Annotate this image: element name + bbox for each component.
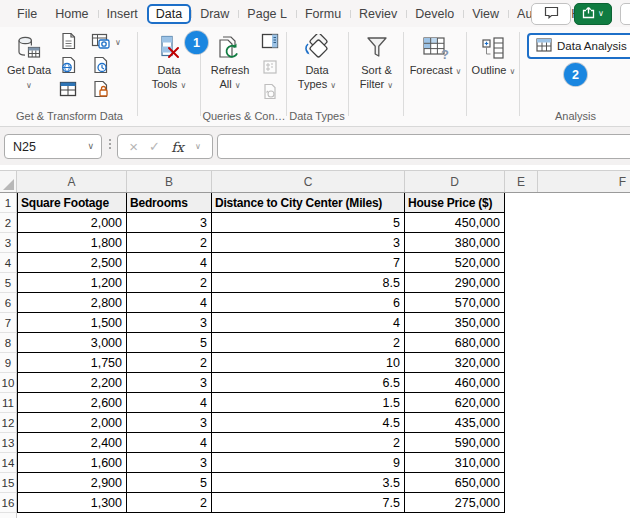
cell[interactable]: 2,900 [17, 473, 127, 493]
tab-view[interactable]: View [463, 4, 508, 24]
tab-formulas[interactable]: Formu [296, 4, 350, 24]
tab-home[interactable]: Home [46, 4, 97, 24]
cell[interactable]: 3 [127, 413, 212, 433]
cell[interactable]: 590,000 [405, 433, 505, 453]
row-header-9[interactable]: 9 [0, 353, 17, 373]
row-header-17[interactable] [0, 513, 17, 518]
cell[interactable]: 3 [127, 213, 212, 233]
cell[interactable]: 2 [212, 333, 405, 353]
cell[interactable] [538, 433, 630, 453]
cell[interactable]: 2 [127, 493, 212, 513]
cell[interactable]: House Price ($) [405, 193, 505, 213]
cell[interactable]: 1.5 [212, 393, 405, 413]
cell[interactable] [505, 393, 538, 413]
cell[interactable]: 4 [127, 293, 212, 313]
row-header-4[interactable]: 4 [0, 253, 17, 273]
cell[interactable]: 2,400 [17, 433, 127, 453]
cell[interactable]: Distance to City Center (Miles) [212, 193, 405, 213]
cell[interactable] [505, 233, 538, 253]
cell[interactable]: 680,000 [405, 333, 505, 353]
row-header-15[interactable]: 15 [0, 473, 17, 493]
queries-connections-button[interactable] [258, 32, 282, 54]
cell[interactable] [538, 333, 630, 353]
column-header-C[interactable]: C [212, 171, 405, 192]
cell[interactable]: 3.5 [212, 473, 405, 493]
cell[interactable]: 570,000 [405, 293, 505, 313]
get-data-button[interactable]: Get Data ∨ [6, 32, 52, 92]
cell[interactable]: 5 [127, 333, 212, 353]
cell[interactable] [505, 453, 538, 473]
from-picture-dropdown[interactable]: ∨ [112, 32, 124, 54]
cell[interactable] [505, 493, 538, 513]
recent-sources-button[interactable] [88, 56, 112, 78]
tab-insert[interactable]: Insert [98, 4, 147, 24]
refresh-all-button[interactable]: Refresh All ∨ [204, 32, 256, 92]
cell[interactable] [505, 213, 538, 233]
edit-links-icon[interactable] [258, 80, 282, 102]
column-header-B[interactable]: B [127, 171, 212, 192]
cell[interactable]: 1,800 [17, 233, 127, 253]
cell[interactable]: 2,500 [17, 253, 127, 273]
row-header-13[interactable]: 13 [0, 433, 17, 453]
cell[interactable]: 310,000 [405, 453, 505, 473]
tab-page-layout[interactable]: Page L [238, 4, 296, 24]
row-header-8[interactable]: 8 [0, 333, 17, 353]
cell[interactable]: 620,000 [405, 393, 505, 413]
cell[interactable] [538, 453, 630, 473]
cell[interactable]: 2,000 [17, 213, 127, 233]
data-types-button[interactable]: Data Types ∨ [294, 32, 340, 92]
cell[interactable]: 2,800 [17, 293, 127, 313]
row-header-5[interactable]: 5 [0, 273, 17, 293]
cell[interactable]: 4 [212, 313, 405, 333]
cell[interactable]: 4.5 [212, 413, 405, 433]
cell[interactable]: 450,000 [405, 213, 505, 233]
cancel-icon[interactable]: × [129, 138, 138, 155]
formula-bar-grip[interactable] [109, 139, 111, 149]
cell[interactable]: 2 [212, 433, 405, 453]
cell[interactable]: 10 [212, 353, 405, 373]
comments-button[interactable] [531, 3, 571, 25]
row-header-2[interactable]: 2 [0, 213, 17, 233]
row-header-14[interactable]: 14 [0, 453, 17, 473]
cell[interactable]: 5 [127, 473, 212, 493]
tab-developer[interactable]: Develo [406, 4, 463, 24]
cell[interactable] [538, 353, 630, 373]
sort-filter-button[interactable]: Sort & Filter ∨ [353, 32, 400, 92]
cell[interactable]: 9 [212, 453, 405, 473]
cell[interactable]: 2 [127, 353, 212, 373]
cell[interactable]: 1,300 [17, 493, 127, 513]
row-header-1[interactable]: 1 [0, 193, 17, 213]
from-picture-button[interactable] [88, 32, 112, 54]
cell[interactable]: Square Footage [17, 193, 127, 213]
cell[interactable]: 2,600 [17, 393, 127, 413]
cell[interactable] [538, 253, 630, 273]
cell[interactable] [505, 313, 538, 333]
cell[interactable]: 5 [212, 213, 405, 233]
cell[interactable]: 435,000 [405, 413, 505, 433]
workbook-stats-icon[interactable] [258, 56, 282, 78]
insert-function-icon[interactable]: fx [171, 139, 184, 155]
cell[interactable]: 7.5 [212, 493, 405, 513]
cell[interactable]: 8.5 [212, 273, 405, 293]
cell[interactable] [505, 333, 538, 353]
cell[interactable] [505, 253, 538, 273]
cell[interactable] [505, 473, 538, 493]
existing-connections-button[interactable] [88, 80, 112, 102]
cell[interactable] [505, 353, 538, 373]
cell[interactable]: 3 [127, 373, 212, 393]
from-table-range-button[interactable] [56, 80, 80, 102]
cell[interactable]: 1,750 [17, 353, 127, 373]
cell[interactable]: 320,000 [405, 353, 505, 373]
cell[interactable]: 1,500 [17, 313, 127, 333]
column-header-F[interactable]: F [538, 171, 630, 192]
row-header-16[interactable]: 16 [0, 493, 17, 513]
cell[interactable] [538, 193, 630, 213]
cell[interactable]: 380,000 [405, 233, 505, 253]
cell[interactable]: 3 [212, 233, 405, 253]
cell[interactable] [538, 393, 630, 413]
cell[interactable]: 460,000 [405, 373, 505, 393]
cell[interactable]: Bedrooms [127, 193, 212, 213]
outline-button[interactable]: Outline ∨ [469, 32, 518, 78]
row-header-10[interactable]: 10 [0, 373, 17, 393]
tab-data[interactable]: Data [147, 4, 191, 24]
